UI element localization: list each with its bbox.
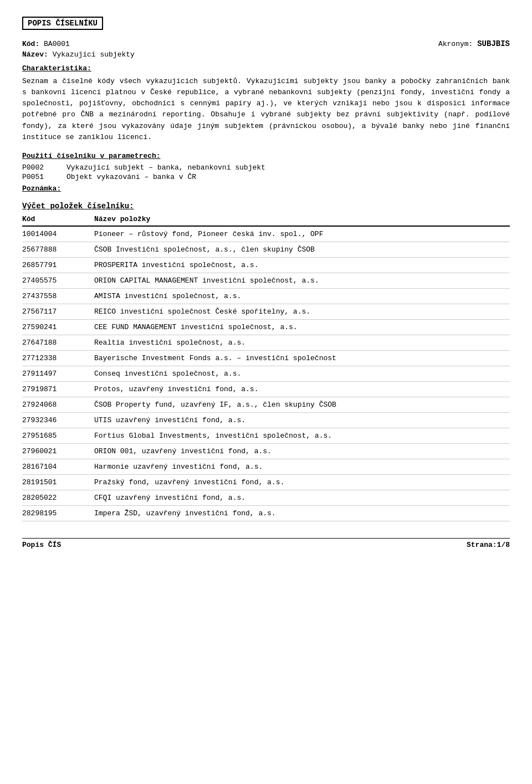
page-header: POPIS ČÍSELNÍKU — [22, 17, 510, 30]
table-cell-kod: 28205022 — [22, 490, 94, 505]
table-cell-nazev: ČSOB Investiční společnost, a.s., člen s… — [94, 242, 510, 257]
pouziti-code-2: P0051 — [22, 173, 66, 181]
table-row: 27951685Fortius Global Investments, inve… — [22, 428, 510, 443]
table-row: 27960021ORION 001, uzavřený investiční f… — [22, 443, 510, 459]
pouziti-code-1: P0002 — [22, 163, 66, 172]
kod-akronym-row: Kód: BA0001 Akronym: SUBJBIS — [22, 35, 510, 50]
table-cell-kod: 26857791 — [22, 257, 94, 273]
table-cell-kod: 27647188 — [22, 335, 94, 350]
table-cell-kod: 10014004 — [22, 226, 94, 242]
table-row: 27567117REICO investiční společnost Česk… — [22, 304, 510, 319]
pouziti-row-1: P0002 Vykazující subjekt – banka, nebank… — [22, 163, 510, 172]
table-row: 27932346UTIS uzavřený investiční fond, a… — [22, 412, 510, 428]
table-cell-kod: 27951685 — [22, 428, 94, 443]
table-row: 28298195Impera ŽSD, uzavřený investiční … — [22, 505, 510, 521]
page-footer: Popis ČÍS Strana:1/8 — [22, 538, 510, 549]
table-row: 27911497Conseq investiční společnost, a.… — [22, 366, 510, 381]
table-cell-nazev: ČSOB Property fund, uzavřený IF, a.s., č… — [94, 397, 510, 412]
kod-label: Kód: — [22, 40, 39, 48]
table-cell-nazev: Bayerische Investment Fonds a.s. – inves… — [94, 350, 510, 366]
col-header-nazev: Název položky — [94, 213, 510, 226]
table-cell-nazev: Pioneer – růstový fond, Pioneer česká in… — [94, 226, 510, 242]
table-cell-nazev: REICO investiční společnost České spořit… — [94, 304, 510, 319]
table-cell-kod: 27911497 — [22, 366, 94, 381]
akronym-line: Akronym: SUBJBIS — [438, 39, 510, 48]
kod-line: Kód: BA0001 — [22, 40, 70, 48]
table-cell-nazev: Protos, uzavřený investiční fond, a.s. — [94, 381, 510, 397]
table-row: 27405575ORION CAPITAL MANAGEMENT investi… — [22, 273, 510, 288]
nazev-label: Název: — [22, 50, 48, 59]
table-cell-nazev: CEE FUND MANAGEMENT investiční společnos… — [94, 319, 510, 335]
pouziti-row-2: P0051 Objekt vykazování – banka v ČR — [22, 173, 510, 181]
table-row: 27924068ČSOB Property fund, uzavřený IF,… — [22, 397, 510, 412]
table-cell-nazev: Pražský fond, uzavřený investiční fond, … — [94, 474, 510, 490]
table-cell-kod: 27405575 — [22, 273, 94, 288]
akronym-value: SUBJBIS — [477, 39, 510, 48]
table-header-row: Kód Název položky — [22, 213, 510, 226]
table-row: 27590241CEE FUND MANAGEMENT investiční s… — [22, 319, 510, 335]
table-cell-nazev: ORION 001, uzavřený investiční fond, a.s… — [94, 443, 510, 459]
table-row: 28167104Harmonie uzavřený investiční fon… — [22, 459, 510, 474]
table-cell-kod: 27924068 — [22, 397, 94, 412]
charakteristika-header: Charakteristika: — [22, 64, 510, 73]
nazev-value: Vykazující subjekty — [53, 50, 135, 59]
pouziti-desc-2: Objekt vykazování – banka v ČR — [66, 173, 196, 181]
table-cell-kod: 27590241 — [22, 319, 94, 335]
col-header-kod: Kód — [22, 213, 94, 226]
vycet-header: Výčet položek číselníku: — [22, 202, 510, 211]
table-row: 28205022CFQI uzavřený investiční fond, a… — [22, 490, 510, 505]
pouziti-header: Použití číselníku v parametrech: — [22, 152, 510, 160]
akronym-label: Akronym: — [438, 40, 473, 48]
table-cell-kod: 27960021 — [22, 443, 94, 459]
table-cell-kod: 28298195 — [22, 505, 94, 521]
table-cell-kod: 27919871 — [22, 381, 94, 397]
table-cell-kod: 27437558 — [22, 288, 94, 304]
table-row: 27647188Realtia investiční společnost, a… — [22, 335, 510, 350]
table-cell-nazev: Conseq investiční společnost, a.s. — [94, 366, 510, 381]
pouziti-desc-1: Vykazující subjekt – banka, nebankovní s… — [66, 163, 265, 172]
table-row: 25677888ČSOB Investiční společnost, a.s.… — [22, 242, 510, 257]
table-cell-nazev: Impera ŽSD, uzavřený investiční fond, a.… — [94, 505, 510, 521]
title-box: POPIS ČÍSELNÍKU — [22, 17, 103, 30]
table-cell-nazev: Fortius Global Investments, investiční s… — [94, 428, 510, 443]
table-row: 28191501Pražský fond, uzavřený investičn… — [22, 474, 510, 490]
items-table: Kód Název položky 10014004Pioneer – růst… — [22, 213, 510, 521]
table-cell-nazev: UTIS uzavřený investiční fond, a.s. — [94, 412, 510, 428]
table-cell-nazev: ORION CAPITAL MANAGEMENT investiční spol… — [94, 273, 510, 288]
pouziti-table: P0002 Vykazující subjekt – banka, nebank… — [22, 163, 510, 181]
table-row: 27437558AMISTA investiční společnost, a.… — [22, 288, 510, 304]
kod-value: BA0001 — [44, 40, 70, 48]
table-row: 27712338Bayerische Investment Fonds a.s.… — [22, 350, 510, 366]
table-cell-kod: 27712338 — [22, 350, 94, 366]
footer-left: Popis ČÍS — [22, 541, 61, 549]
table-cell-nazev: Realtia investiční společnost, a.s. — [94, 335, 510, 350]
table-cell-nazev: Harmonie uzavřený investiční fond, a.s. — [94, 459, 510, 474]
table-cell-kod: 28167104 — [22, 459, 94, 474]
table-row: 26857791PROSPERITA investiční společnost… — [22, 257, 510, 273]
table-cell-kod: 28191501 — [22, 474, 94, 490]
table-row: 10014004Pioneer – růstový fond, Pioneer … — [22, 226, 510, 242]
table-cell-nazev: PROSPERITA investiční společnost, a.s. — [94, 257, 510, 273]
footer-right: Strana:1/8 — [467, 541, 510, 549]
table-cell-nazev: CFQI uzavřený investiční fond, a.s. — [94, 490, 510, 505]
table-row: 27919871Protos, uzavřený investiční fond… — [22, 381, 510, 397]
poznamka-header: Poznámka: — [22, 185, 510, 193]
table-cell-kod: 25677888 — [22, 242, 94, 257]
nazev-line: Název: Vykazující subjekty — [22, 50, 510, 59]
table-cell-nazev: AMISTA investiční společnost, a.s. — [94, 288, 510, 304]
charakteristika-text: Seznam a číselné kódy všech vykazujících… — [22, 76, 510, 143]
table-cell-kod: 27567117 — [22, 304, 94, 319]
table-cell-kod: 27932346 — [22, 412, 94, 428]
